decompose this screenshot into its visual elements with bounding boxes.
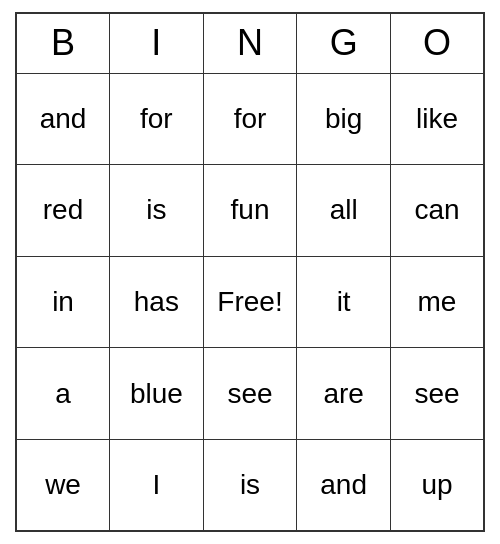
bingo-cell-r3-c4: see: [390, 348, 484, 440]
bingo-cell-r3-c0: a: [16, 348, 110, 440]
bingo-cell-r3-c1: blue: [110, 348, 204, 440]
bingo-row-3: ablueseearesee: [16, 348, 484, 440]
bingo-cell-r2-c3: it: [297, 256, 391, 348]
bingo-cell-r0-c3: big: [297, 73, 391, 165]
bingo-cell-r1-c1: is: [110, 165, 204, 257]
bingo-header-o: O: [390, 13, 484, 73]
bingo-cell-r1-c3: all: [297, 165, 391, 257]
bingo-cell-r3-c3: are: [297, 348, 391, 440]
bingo-header-b: B: [16, 13, 110, 73]
bingo-cell-r4-c3: and: [297, 439, 391, 531]
bingo-cell-r1-c0: red: [16, 165, 110, 257]
bingo-row-0: andforforbiglike: [16, 73, 484, 165]
bingo-row-4: weIisandup: [16, 439, 484, 531]
bingo-cell-r3-c2: see: [203, 348, 297, 440]
bingo-row-2: inhasFree!itme: [16, 256, 484, 348]
bingo-cell-r2-c2: Free!: [203, 256, 297, 348]
bingo-header-n: N: [203, 13, 297, 73]
bingo-cell-r0-c2: for: [203, 73, 297, 165]
bingo-cell-r1-c4: can: [390, 165, 484, 257]
bingo-header-g: G: [297, 13, 391, 73]
bingo-cell-r2-c0: in: [16, 256, 110, 348]
bingo-cell-r4-c0: we: [16, 439, 110, 531]
bingo-cell-r0-c0: and: [16, 73, 110, 165]
bingo-row-1: redisfunallcan: [16, 165, 484, 257]
bingo-cell-r0-c4: like: [390, 73, 484, 165]
bingo-cell-r2-c4: me: [390, 256, 484, 348]
bingo-cell-r4-c1: I: [110, 439, 204, 531]
bingo-cell-r4-c2: is: [203, 439, 297, 531]
bingo-cell-r2-c1: has: [110, 256, 204, 348]
bingo-card: BINGO andforforbiglikeredisfunallcaninha…: [15, 12, 485, 532]
bingo-cell-r1-c2: fun: [203, 165, 297, 257]
bingo-cell-r4-c4: up: [390, 439, 484, 531]
bingo-cell-r0-c1: for: [110, 73, 204, 165]
bingo-header-i: I: [110, 13, 204, 73]
